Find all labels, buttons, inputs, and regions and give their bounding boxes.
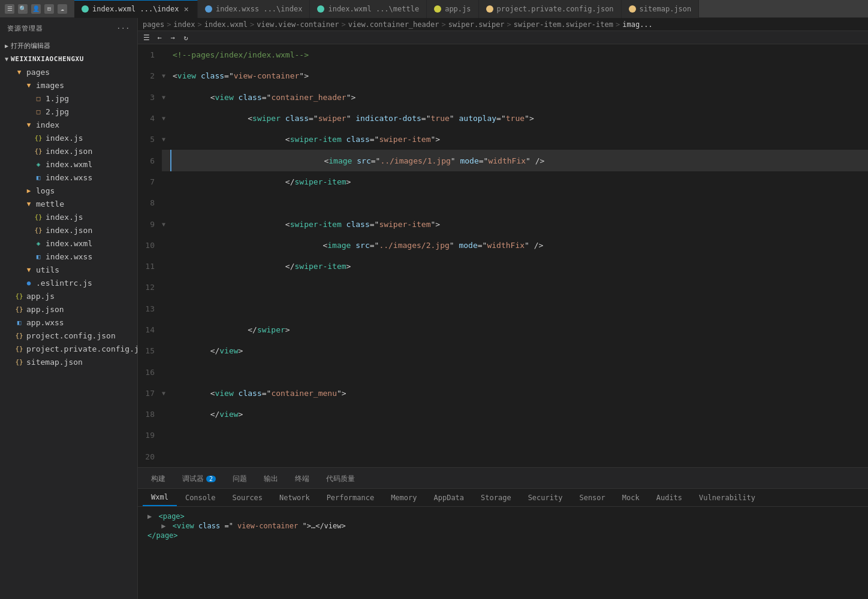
tab-tab2[interactable]: index.wxss ...\index xyxy=(198,0,311,18)
line-content-17[interactable]: <view class="container_menu"> xyxy=(170,383,868,404)
line-content-1[interactable]: <!--pages/index/index.wxml--> xyxy=(170,44,868,65)
line-content-5[interactable]: <swiper-item class="swiper-item"> xyxy=(170,129,868,150)
tree-item-logs[interactable]: ▶logs xyxy=(0,184,137,197)
tree-item-mettlejson[interactable]: {}index.json xyxy=(0,223,137,237)
line-content-4[interactable]: <swiper class="swiper" indicator-dots="t… xyxy=(170,108,868,129)
devtools-tab-appdata[interactable]: AppData xyxy=(425,489,472,506)
devtools-tab-network[interactable]: Network xyxy=(271,489,318,506)
breadcrumb-item-5[interactable]: swiper.swiper xyxy=(448,20,505,29)
devtools-expand-2[interactable]: ▶ xyxy=(161,522,165,530)
menu-icon[interactable]: ☰ xyxy=(5,4,14,14)
code-editor[interactable]: 1<!--pages/index/index.wxml-->2▼<view cl… xyxy=(138,44,868,467)
tab-tab5[interactable]: project.private.config.json xyxy=(479,0,622,18)
tree-item-mettlewxss[interactable]: ◧index.wxss xyxy=(0,250,137,263)
line-content-11[interactable]: </swiper-item> xyxy=(170,256,868,277)
devtools-tab-mock[interactable]: Mock xyxy=(614,489,648,506)
devtools-tab-console[interactable]: Console xyxy=(177,489,224,506)
panel-tab-输出[interactable]: 输出 xyxy=(255,470,287,488)
devtools-tab-sources[interactable]: Sources xyxy=(224,489,271,506)
toolbar-forward-btn[interactable]: → xyxy=(167,32,179,44)
tab-icon-tab3 xyxy=(317,5,324,13)
file-label-appwxss: app.wxss xyxy=(26,318,64,327)
line-content-18[interactable]: </view> xyxy=(170,404,868,425)
cloud-icon[interactable]: ☁ xyxy=(58,4,67,14)
devtools-tab-audits[interactable]: Audits xyxy=(648,489,691,506)
line-arrow-17[interactable]: ▼ xyxy=(162,383,170,404)
tree-item-indexwxml[interactable]: ◈index.wxml xyxy=(0,158,137,171)
line-content-2[interactable]: <view class="view-container"> xyxy=(170,65,868,86)
tab-tab4[interactable]: app.js xyxy=(427,0,478,18)
tree-item-utils[interactable]: ▼utils xyxy=(0,263,137,276)
panel-tab-问题[interactable]: 问题 xyxy=(224,470,255,488)
tree-item-appjson[interactable]: {}app.json xyxy=(0,302,137,316)
line-content-9[interactable]: <swiper-item class="swiper-item"> xyxy=(170,213,868,234)
line-arrow-3[interactable]: ▼ xyxy=(162,87,170,108)
breadcrumb-item-7[interactable]: imag... xyxy=(622,20,653,29)
tree-item-eslint[interactable]: ●.eslintrc.js xyxy=(0,276,137,289)
search-icon[interactable]: 🔍 xyxy=(18,4,28,14)
breadcrumb-item-4[interactable]: view.container_header xyxy=(348,20,439,29)
devtools-tab-storage[interactable]: Storage xyxy=(472,489,520,506)
breadcrumb-item-3[interactable]: view.view-container xyxy=(257,20,339,29)
line-content-12[interactable] xyxy=(170,277,868,298)
tree-item-projectconfig[interactable]: {}project.config.json xyxy=(0,329,137,342)
devtools-tab-vulnerability[interactable]: Vulnerability xyxy=(691,489,764,506)
tab-tab6[interactable]: sitemap.json xyxy=(622,0,700,18)
line-content-7[interactable]: </swiper-item> xyxy=(170,171,868,192)
devtools-tab-security[interactable]: Security xyxy=(520,489,571,506)
toolbar-back-btn[interactable]: ← xyxy=(153,32,165,44)
user-icon[interactable]: 👤 xyxy=(31,4,41,14)
line-content-13[interactable] xyxy=(170,298,868,319)
tree-item-mettle[interactable]: ▼mettle xyxy=(0,197,137,210)
panel-tab-构建[interactable]: 构建 xyxy=(143,470,174,488)
tree-item-sitemap[interactable]: {}sitemap.json xyxy=(0,355,137,368)
tree-item-mettlejs[interactable]: {}index.js xyxy=(0,210,137,223)
line-content-19[interactable] xyxy=(170,425,868,446)
tree-item-appjs[interactable]: {}app.js xyxy=(0,289,137,302)
line-content-10[interactable]: <image src="../images/2.jpg" mode="width… xyxy=(170,235,868,256)
panel-tab-调试器[interactable]: 调试器2 xyxy=(174,470,224,488)
line-content-16[interactable] xyxy=(170,361,868,382)
devtools-tab-sensor[interactable]: Sensor xyxy=(571,489,613,506)
sidebar-more-icon[interactable]: ··· xyxy=(116,25,130,32)
tree-item-pages[interactable]: ▼pages xyxy=(0,65,137,78)
tree-item-mettlewxml[interactable]: ◈index.wxml xyxy=(0,237,137,250)
toolbar-menu-btn[interactable]: ☰ xyxy=(140,32,152,44)
tree-item-indexjs[interactable]: {}index.js xyxy=(0,131,137,144)
line-content-8[interactable] xyxy=(170,192,868,213)
line-content-15[interactable]: </view> xyxy=(170,340,868,361)
tab-tab3[interactable]: index.wxml ...\mettle xyxy=(310,0,427,18)
tree-item-2jpg[interactable]: □2.jpg xyxy=(0,105,137,118)
devtools-expand-1[interactable]: ▶ xyxy=(147,512,152,521)
panel-tab-终端[interactable]: 终端 xyxy=(287,470,318,488)
tree-item-projectprivate[interactable]: {}project.private.config.js... xyxy=(0,342,137,355)
root-folder-section[interactable]: ▼ WEIXINXIAOCHENGXU xyxy=(0,53,137,65)
line-arrow-2[interactable]: ▼ xyxy=(162,65,170,86)
line-arrow-4[interactable]: ▼ xyxy=(162,108,170,129)
line-arrow-5[interactable]: ▼ xyxy=(162,129,170,150)
tree-item-index[interactable]: ▼index xyxy=(0,118,137,131)
line-content-14[interactable]: </swiper> xyxy=(170,319,868,340)
devtools-tab-performance[interactable]: Performance xyxy=(318,489,382,506)
breadcrumb-item-2[interactable]: index.wxml xyxy=(204,20,248,29)
devtools-tab-memory[interactable]: Memory xyxy=(382,489,425,506)
line-content-20[interactable] xyxy=(170,446,868,467)
breadcrumb-item-6[interactable]: swiper-item.swiper-item xyxy=(514,20,613,29)
open-editors-section[interactable]: ▶ 打开的编辑器 xyxy=(0,39,137,53)
devtools-tab-wxml[interactable]: Wxml xyxy=(143,489,177,506)
breadcrumb-item-0[interactable]: pages xyxy=(143,20,164,29)
tree-item-appwxss[interactable]: ◧app.wxss xyxy=(0,316,137,329)
line-content-6[interactable]: <image src="../images/1.jpg" mode="width… xyxy=(170,150,868,171)
tree-item-1jpg[interactable]: □1.jpg xyxy=(0,92,137,105)
panel-tab-代码质量[interactable]: 代码质量 xyxy=(318,470,363,488)
grid-icon[interactable]: ⊞ xyxy=(44,4,54,14)
tree-item-indexwxss[interactable]: ◧index.wxss xyxy=(0,171,137,184)
tree-item-indexjson[interactable]: {}index.json xyxy=(0,144,137,158)
tab-close-tab1[interactable]: × xyxy=(183,4,190,14)
line-content-3[interactable]: <view class="container_header"> xyxy=(170,87,868,108)
breadcrumb-item-1[interactable]: index xyxy=(173,20,195,29)
line-arrow-9[interactable]: ▼ xyxy=(162,213,170,234)
toolbar-refresh-btn[interactable]: ↻ xyxy=(180,32,192,44)
tab-tab1[interactable]: index.wxml ...\index× xyxy=(74,0,198,18)
tree-item-images[interactable]: ▼images xyxy=(0,78,137,92)
